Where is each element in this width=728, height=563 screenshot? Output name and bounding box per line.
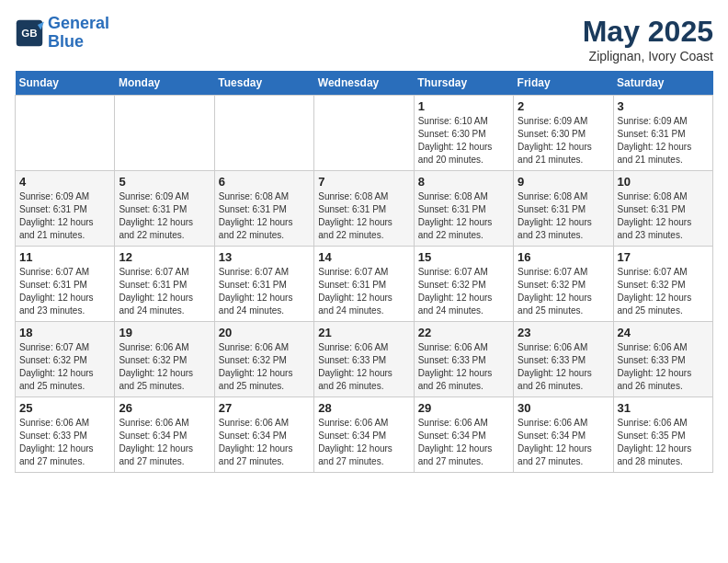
day-info: Sunrise: 6:06 AM Sunset: 6:32 PM Dayligh… [219, 341, 310, 393]
day-number: 29 [418, 401, 509, 415]
calendar-cell [314, 96, 414, 171]
calendar-cell: 9Sunrise: 6:08 AM Sunset: 6:31 PM Daylig… [514, 171, 613, 247]
day-number: 4 [19, 175, 110, 189]
day-number: 10 [618, 175, 709, 189]
day-number: 19 [119, 326, 210, 339]
day-info: Sunrise: 6:07 AM Sunset: 6:31 PM Dayligh… [119, 266, 210, 317]
day-info: Sunrise: 6:07 AM Sunset: 6:31 PM Dayligh… [19, 266, 110, 317]
calendar-title: May 2025 [583, 15, 713, 49]
calendar-cell: 6Sunrise: 6:08 AM Sunset: 6:31 PM Daylig… [214, 171, 313, 247]
day-info: Sunrise: 6:06 AM Sunset: 6:34 PM Dayligh… [518, 417, 609, 468]
calendar-cell [115, 96, 214, 171]
day-info: Sunrise: 6:06 AM Sunset: 6:35 PM Dayligh… [618, 417, 709, 468]
calendar-cell: 31Sunrise: 6:06 AM Sunset: 6:35 PM Dayli… [613, 397, 712, 473]
calendar-cell: 23Sunrise: 6:06 AM Sunset: 6:33 PM Dayli… [514, 322, 613, 397]
day-number: 12 [119, 250, 210, 264]
calendar-cell: 25Sunrise: 6:06 AM Sunset: 6:33 PM Dayli… [16, 397, 115, 473]
day-number: 9 [518, 175, 609, 189]
calendar-cell: 15Sunrise: 6:07 AM Sunset: 6:32 PM Dayli… [414, 247, 513, 322]
calendar-cell: 5Sunrise: 6:09 AM Sunset: 6:31 PM Daylig… [115, 171, 214, 247]
day-number: 30 [518, 401, 609, 415]
calendar-cell: 19Sunrise: 6:06 AM Sunset: 6:32 PM Dayli… [115, 322, 214, 397]
calendar-cell: 11Sunrise: 6:07 AM Sunset: 6:31 PM Dayli… [16, 247, 115, 322]
day-number: 28 [318, 401, 409, 415]
day-number: 20 [219, 326, 310, 339]
day-number: 14 [318, 250, 409, 264]
day-info: Sunrise: 6:07 AM Sunset: 6:31 PM Dayligh… [318, 266, 409, 317]
day-info: Sunrise: 6:07 AM Sunset: 6:32 PM Dayligh… [418, 266, 509, 317]
day-number: 22 [418, 326, 509, 339]
day-info: Sunrise: 6:06 AM Sunset: 6:33 PM Dayligh… [418, 341, 509, 393]
day-number: 8 [418, 175, 509, 189]
calendar-cell: 18Sunrise: 6:07 AM Sunset: 6:32 PM Dayli… [16, 322, 115, 397]
day-number: 13 [219, 250, 310, 264]
calendar-cell: 17Sunrise: 6:07 AM Sunset: 6:32 PM Dayli… [613, 247, 712, 322]
day-info: Sunrise: 6:08 AM Sunset: 6:31 PM Dayligh… [518, 190, 609, 242]
calendar-cell: 20Sunrise: 6:06 AM Sunset: 6:32 PM Dayli… [214, 322, 313, 397]
weekday-header: Tuesday [214, 71, 313, 96]
day-number: 25 [19, 401, 110, 415]
logo-icon: GB [15, 18, 44, 48]
day-info: Sunrise: 6:09 AM Sunset: 6:31 PM Dayligh… [19, 190, 110, 242]
calendar-subtitle: Ziplignan, Ivory Coast [583, 49, 713, 63]
day-info: Sunrise: 6:07 AM Sunset: 6:31 PM Dayligh… [219, 266, 310, 317]
calendar-cell: 14Sunrise: 6:07 AM Sunset: 6:31 PM Dayli… [314, 247, 414, 322]
calendar-cell: 29Sunrise: 6:06 AM Sunset: 6:34 PM Dayli… [414, 397, 513, 473]
day-number: 6 [219, 175, 310, 189]
calendar-cell: 27Sunrise: 6:06 AM Sunset: 6:34 PM Dayli… [214, 397, 313, 473]
calendar-cell: 10Sunrise: 6:08 AM Sunset: 6:31 PM Dayli… [613, 171, 712, 247]
day-info: Sunrise: 6:08 AM Sunset: 6:31 PM Dayligh… [418, 190, 509, 242]
calendar-cell: 3Sunrise: 6:09 AM Sunset: 6:31 PM Daylig… [613, 96, 712, 171]
calendar-header: SundayMondayTuesdayWednesdayThursdayFrid… [16, 71, 713, 96]
day-number: 5 [119, 175, 210, 189]
calendar-cell: 2Sunrise: 6:09 AM Sunset: 6:30 PM Daylig… [514, 96, 613, 171]
weekday-header: Monday [115, 71, 214, 96]
day-info: Sunrise: 6:09 AM Sunset: 6:31 PM Dayligh… [618, 115, 709, 167]
day-info: Sunrise: 6:06 AM Sunset: 6:33 PM Dayligh… [318, 341, 409, 393]
day-number: 2 [518, 99, 609, 113]
day-info: Sunrise: 6:06 AM Sunset: 6:34 PM Dayligh… [418, 417, 509, 468]
day-info: Sunrise: 6:06 AM Sunset: 6:33 PM Dayligh… [618, 341, 709, 393]
calendar-week: 11Sunrise: 6:07 AM Sunset: 6:31 PM Dayli… [16, 247, 713, 322]
calendar-cell: 21Sunrise: 6:06 AM Sunset: 6:33 PM Dayli… [314, 322, 414, 397]
calendar-cell: 1Sunrise: 6:10 AM Sunset: 6:30 PM Daylig… [414, 96, 513, 171]
day-number: 1 [418, 99, 509, 113]
day-number: 24 [618, 326, 709, 339]
calendar-body: 1Sunrise: 6:10 AM Sunset: 6:30 PM Daylig… [16, 96, 713, 473]
page-header: GB General Blue May 2025 Ziplignan, Ivor… [15, 15, 713, 63]
logo: GB General Blue [15, 15, 109, 52]
weekday-header: Friday [514, 71, 613, 96]
day-info: Sunrise: 6:06 AM Sunset: 6:33 PM Dayligh… [518, 341, 609, 393]
calendar-cell: 16Sunrise: 6:07 AM Sunset: 6:32 PM Dayli… [514, 247, 613, 322]
day-info: Sunrise: 6:08 AM Sunset: 6:31 PM Dayligh… [219, 190, 310, 242]
calendar-week: 1Sunrise: 6:10 AM Sunset: 6:30 PM Daylig… [16, 96, 713, 171]
logo-text: General Blue [48, 15, 109, 52]
day-info: Sunrise: 6:07 AM Sunset: 6:32 PM Dayligh… [618, 266, 709, 317]
calendar-cell: 22Sunrise: 6:06 AM Sunset: 6:33 PM Dayli… [414, 322, 513, 397]
day-number: 26 [119, 401, 210, 415]
weekday-header: Saturday [613, 71, 712, 96]
calendar-table: SundayMondayTuesdayWednesdayThursdayFrid… [15, 71, 713, 473]
calendar-cell: 13Sunrise: 6:07 AM Sunset: 6:31 PM Dayli… [214, 247, 313, 322]
weekday-header: Wednesday [314, 71, 414, 96]
svg-text:GB: GB [21, 27, 37, 38]
title-block: May 2025 Ziplignan, Ivory Coast [583, 15, 713, 63]
day-info: Sunrise: 6:06 AM Sunset: 6:34 PM Dayligh… [219, 417, 310, 468]
calendar-cell [214, 96, 313, 171]
day-number: 7 [318, 175, 409, 189]
calendar-cell: 8Sunrise: 6:08 AM Sunset: 6:31 PM Daylig… [414, 171, 513, 247]
day-info: Sunrise: 6:09 AM Sunset: 6:31 PM Dayligh… [119, 190, 210, 242]
day-number: 16 [518, 250, 609, 264]
calendar-cell: 7Sunrise: 6:08 AM Sunset: 6:31 PM Daylig… [314, 171, 414, 247]
day-info: Sunrise: 6:06 AM Sunset: 6:34 PM Dayligh… [119, 417, 210, 468]
day-number: 21 [318, 326, 409, 339]
calendar-cell: 30Sunrise: 6:06 AM Sunset: 6:34 PM Dayli… [514, 397, 613, 473]
day-info: Sunrise: 6:07 AM Sunset: 6:32 PM Dayligh… [19, 341, 110, 393]
weekday-header: Thursday [414, 71, 513, 96]
logo-line1: General [48, 14, 109, 32]
calendar-cell [16, 96, 115, 171]
day-info: Sunrise: 6:07 AM Sunset: 6:32 PM Dayligh… [518, 266, 609, 317]
day-number: 17 [618, 250, 709, 264]
day-info: Sunrise: 6:06 AM Sunset: 6:32 PM Dayligh… [119, 341, 210, 393]
day-number: 18 [19, 326, 110, 339]
